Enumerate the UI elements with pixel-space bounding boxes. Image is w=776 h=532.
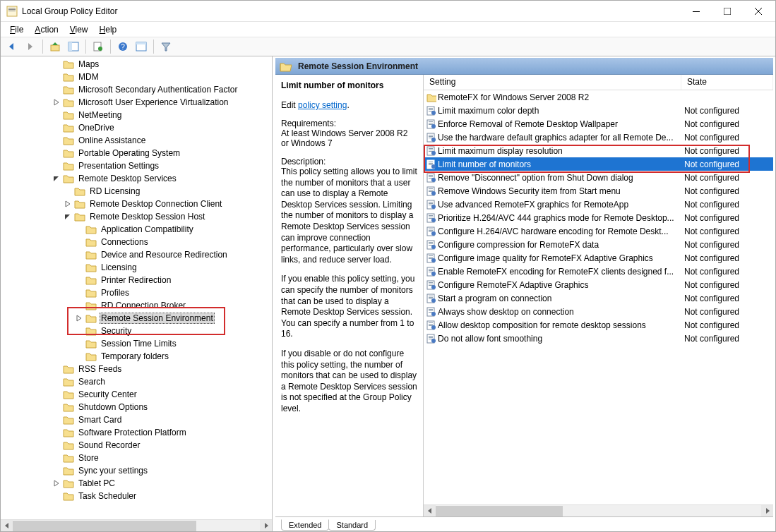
tree-item[interactable]: OneDrive xyxy=(6,121,272,134)
tree-item[interactable]: Search xyxy=(6,375,272,388)
tree-pane[interactable]: MapsMDMMicrosoft Secondary Authenticatio… xyxy=(1,56,273,531)
settings-row[interactable]: Always show desktop on connectionNot con… xyxy=(424,305,773,318)
menu-file[interactable]: File xyxy=(5,23,28,36)
menu-view[interactable]: View xyxy=(65,23,93,36)
edit-policy-link[interactable]: policy setting xyxy=(298,100,347,110)
chevron-down-icon[interactable] xyxy=(63,212,73,222)
filter-button[interactable] xyxy=(157,39,174,54)
menu-action[interactable]: Action xyxy=(30,23,63,36)
setting-state: Not configured xyxy=(681,173,773,183)
chevron-right-icon[interactable] xyxy=(63,199,73,209)
minimize-button[interactable] xyxy=(681,1,712,21)
list-scroll-right[interactable] xyxy=(761,505,773,517)
tree-item[interactable]: Connections xyxy=(6,236,272,248)
settings-row[interactable]: Enable RemoteFX encoding for RemoteFX cl… xyxy=(424,265,773,278)
tree-item[interactable]: Remote Session Environment xyxy=(6,312,272,325)
settings-row[interactable]: Configure compression for RemoteFX dataN… xyxy=(424,238,773,251)
up-button[interactable] xyxy=(47,39,64,54)
tree-item[interactable]: Printer Redirection xyxy=(6,274,272,286)
tree-item[interactable]: Microsoft Secondary Authentication Facto… xyxy=(6,83,272,96)
tab-standard[interactable]: Standard xyxy=(328,520,376,531)
chevron-right-icon[interactable] xyxy=(52,478,61,488)
tree-item[interactable]: Shutdown Options xyxy=(6,401,272,413)
forward-button[interactable] xyxy=(22,39,39,54)
svg-point-46 xyxy=(431,178,436,182)
tree-item[interactable]: Microsoft User Experience Virtualization xyxy=(6,96,272,109)
tree-item[interactable]: RD Connection Broker xyxy=(6,299,272,312)
tree-item[interactable]: Task Scheduler xyxy=(6,490,272,502)
settings-row[interactable]: RemoteFX for Windows Server 2008 R2 xyxy=(424,90,773,104)
tree-item[interactable]: Presentation Settings xyxy=(6,159,272,172)
settings-row[interactable]: Remove Windows Security item from Start … xyxy=(424,184,773,198)
settings-row[interactable]: Configure RemoteFX Adaptive GraphicsNot … xyxy=(424,278,773,291)
tree-item[interactable]: Sync your settings xyxy=(6,464,272,477)
properties-button[interactable] xyxy=(90,39,107,54)
folder-open-icon xyxy=(280,61,292,72)
folder-icon xyxy=(85,275,97,285)
list-scroll-left[interactable] xyxy=(424,505,436,517)
tab-extended[interactable]: Extended xyxy=(281,519,329,531)
tree-scroll-thumb[interactable] xyxy=(13,521,196,531)
settings-row[interactable]: Start a program on connectionNot configu… xyxy=(424,291,773,305)
svg-point-96 xyxy=(431,312,436,316)
tree-item[interactable]: Application Compatibility xyxy=(6,223,272,236)
show-hide-tree-button[interactable] xyxy=(65,39,82,54)
tree-item-label: RD Connection Broker xyxy=(100,301,187,310)
tree-item[interactable]: Device and Resource Redirection xyxy=(6,248,272,261)
tree-item[interactable]: RD Licensing xyxy=(6,185,272,198)
settings-row[interactable]: Limit maximum color depthNot configured xyxy=(424,104,773,117)
setting-name: Start a program on connection xyxy=(436,294,681,303)
maximize-button[interactable] xyxy=(712,1,743,21)
tree-item[interactable]: Security Center xyxy=(6,388,272,401)
tree-item[interactable]: Remote Desktop Session Host xyxy=(6,210,272,223)
settings-row[interactable]: Limit maximum display resolutionNot conf… xyxy=(424,144,773,157)
folder-icon xyxy=(85,250,97,260)
col-setting[interactable]: Setting xyxy=(424,75,681,90)
settings-row[interactable]: Enforce Removal of Remote Desktop Wallpa… xyxy=(424,117,773,131)
chevron-right-icon[interactable] xyxy=(74,313,84,323)
tree-item[interactable]: Remote Desktop Services xyxy=(6,172,272,185)
back-button[interactable] xyxy=(4,39,20,54)
svg-rect-73 xyxy=(429,255,433,256)
tree-item[interactable]: Sound Recorder xyxy=(6,439,272,452)
tree-item[interactable]: Maps xyxy=(6,58,272,71)
tree-item-label: Connections xyxy=(100,237,150,247)
tree-item[interactable]: RSS Feeds xyxy=(6,363,272,375)
tree-item-label: Profiles xyxy=(100,288,131,298)
settings-row[interactable]: Remove "Disconnect" option from Shut Dow… xyxy=(424,171,773,184)
tree-item[interactable]: Portable Operating System xyxy=(6,147,272,159)
export-button[interactable] xyxy=(133,39,150,54)
tree-scroll-right[interactable] xyxy=(260,520,272,532)
tree-item[interactable]: Security xyxy=(6,325,272,337)
menu-help[interactable]: Help xyxy=(95,23,122,36)
chevron-right-icon[interactable] xyxy=(52,97,61,107)
tree-scroll-left[interactable] xyxy=(1,520,13,532)
svg-rect-1 xyxy=(8,8,16,8)
tree-item[interactable]: Smart Card xyxy=(6,413,272,426)
tree-item[interactable]: Online Assistance xyxy=(6,134,272,147)
settings-row[interactable]: Use advanced RemoteFX graphics for Remot… xyxy=(424,198,773,211)
tree-item[interactable]: MDM xyxy=(6,71,272,83)
tree-item[interactable]: Session Time Limits xyxy=(6,337,272,350)
settings-row[interactable]: Configure image quality for RemoteFX Ada… xyxy=(424,251,773,265)
tree-item[interactable]: Store xyxy=(6,452,272,464)
settings-row[interactable]: Limit number of monitorsNot configured xyxy=(424,157,773,171)
list-scroll-thumb[interactable] xyxy=(436,506,563,516)
col-state[interactable]: State xyxy=(681,75,773,90)
close-button[interactable] xyxy=(743,1,774,21)
settings-row[interactable]: Allow desktop composition for remote des… xyxy=(424,318,773,332)
tree-item[interactable]: Remote Desktop Connection Client xyxy=(6,198,272,210)
tree-item[interactable]: Temporary folders xyxy=(6,350,272,363)
svg-point-66 xyxy=(431,231,436,236)
tree-item[interactable]: NetMeeting xyxy=(6,109,272,121)
tree-item[interactable]: Profiles xyxy=(6,286,272,299)
settings-row[interactable]: Prioritize H.264/AVC 444 graphics mode f… xyxy=(424,211,773,224)
tree-item[interactable]: Licensing xyxy=(6,261,272,274)
chevron-down-icon[interactable] xyxy=(52,174,61,183)
help-button[interactable]: ? xyxy=(114,39,131,54)
settings-row[interactable]: Do not allow font smoothingNot configure… xyxy=(424,332,773,345)
tree-item[interactable]: Software Protection Platform xyxy=(6,426,272,439)
settings-row[interactable]: Use the hardware default graphics adapte… xyxy=(424,131,773,144)
tree-item[interactable]: Tablet PC xyxy=(6,477,272,490)
settings-row[interactable]: Configure H.264/AVC hardware encoding fo… xyxy=(424,224,773,238)
